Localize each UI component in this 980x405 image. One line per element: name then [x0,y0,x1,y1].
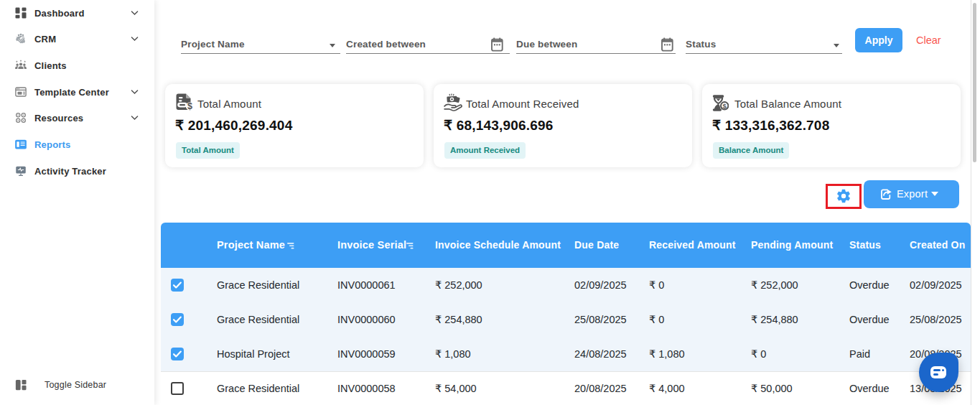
svg-text:$: $ [187,101,192,111]
svg-text:$: $ [723,102,727,110]
